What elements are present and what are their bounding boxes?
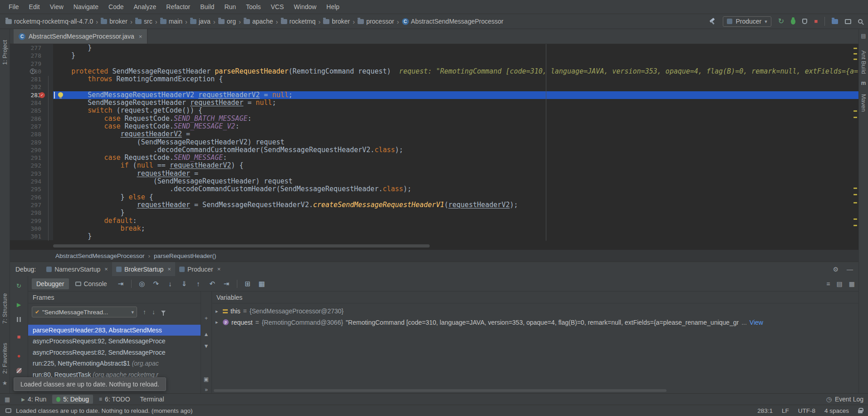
horizontal-scrollbar[interactable] [214, 389, 667, 392]
folder-download-icon[interactable] [832, 19, 838, 24]
horizontal-scrollbar[interactable] [53, 244, 430, 248]
breadcrumb-rocketmq-rocketmq-all-4.7.0[interactable]: rocketmq-rocketmq-all-4.7.0 [5, 18, 93, 25]
gutter-299[interactable]: 299 [10, 217, 53, 225]
gutter-278[interactable]: 278 [10, 52, 53, 59]
minimize-icon[interactable]: — [847, 266, 853, 273]
close-icon[interactable]: × [139, 33, 142, 40]
gutter-298[interactable]: 298 [10, 209, 53, 217]
step-over-icon[interactable]: ↷ [151, 280, 161, 288]
menu-help[interactable]: Help [321, 3, 344, 10]
warning-tick[interactable] [853, 48, 857, 49]
menu-vcs[interactable]: VCS [266, 3, 289, 10]
show-execution-point-icon[interactable]: ◎ [137, 280, 147, 288]
menu-run[interactable]: Run [219, 3, 241, 10]
next-frame-icon[interactable]: ↓ [152, 308, 155, 316]
rerun-icon[interactable]: ↻ [10, 282, 28, 289]
breadcrumb-apache[interactable]: apache [244, 18, 273, 25]
indent-style[interactable]: 4 spaces [824, 407, 849, 414]
close-icon[interactable]: × [167, 266, 171, 272]
tab-console[interactable]: Console [71, 278, 112, 289]
gutter-295[interactable]: 295 [10, 185, 53, 193]
restore-layout-icon[interactable]: ▤ [837, 280, 843, 287]
toolwindow-tab-6-todo[interactable]: ≡6: TODO [95, 395, 134, 404]
run-config-selector[interactable]: Producer ▾ [723, 16, 771, 27]
gutter-291[interactable]: 291 [10, 154, 53, 162]
previous-frame-icon[interactable]: ↑ [143, 308, 146, 316]
search-everywhere-icon[interactable] [858, 19, 863, 24]
breadcrumb-method[interactable]: parseRequestHeader() [154, 253, 216, 259]
menu-window[interactable]: Window [289, 3, 322, 10]
gutter-287[interactable]: 287 [10, 123, 53, 130]
step-into-icon[interactable]: ↓ [165, 280, 175, 287]
breadcrumb-processor[interactable]: processor [358, 18, 394, 25]
copy-icon[interactable]: ▣ [201, 376, 211, 382]
breadcrumb-rocketmq[interactable]: rocketmq [281, 18, 316, 25]
monitor-icon[interactable] [845, 19, 851, 24]
caret-position[interactable]: 283:1 [757, 407, 773, 414]
gutter-296[interactable]: 296 [10, 193, 53, 201]
gutter-277[interactable]: 277 [10, 44, 53, 52]
error-stripe[interactable] [852, 44, 858, 249]
gutter-301[interactable]: 301 [10, 233, 53, 240]
scroll-up-icon[interactable]: ▲ [201, 331, 211, 337]
frame-row[interactable]: asyncProcessRequest:92, SendMessageProce [28, 336, 201, 347]
view-link[interactable]: View [750, 319, 763, 326]
breadcrumb-java[interactable]: java [190, 18, 211, 25]
gutter-285[interactable]: 285 [10, 107, 53, 114]
menu-tools[interactable]: Tools [241, 3, 266, 10]
warning-tick[interactable] [853, 194, 857, 195]
line-separator[interactable]: LF [782, 407, 789, 414]
coverage-icon[interactable] [802, 19, 807, 24]
menu-edit[interactable]: Edit [24, 3, 45, 10]
gutter-282[interactable]: 282 [10, 83, 53, 91]
star-icon[interactable]: ★ [0, 380, 10, 386]
variable-row[interactable]: ▸prequest = {RemotingCommand@3066} "Remo… [212, 317, 858, 327]
sidebar-item-ant-build[interactable]: Ant Build [859, 42, 868, 83]
view-menu-icon[interactable]: ≡ [826, 280, 830, 287]
gear-icon[interactable]: ⚙ [833, 266, 839, 273]
variable-row[interactable]: ▸this = {SendMessageProcessor@2730} [212, 306, 858, 317]
debug-session-tab-brokerstartup[interactable]: BrokerStartup× [112, 262, 175, 276]
gutter-289[interactable]: 289 [10, 139, 53, 146]
debug-icon[interactable] [791, 19, 795, 25]
code-editor[interactable]: 277 }278 }279280↑ protected SendMessageR… [10, 44, 858, 249]
toolwindow-tab-5-debug[interactable]: 5: Debug [52, 395, 93, 404]
mute-breakpoints-icon[interactable] [10, 368, 28, 373]
file-encoding[interactable]: UTF-8 [798, 407, 815, 414]
pause-icon[interactable] [10, 317, 28, 322]
stop-icon[interactable]: ■ [10, 333, 28, 340]
gutter-279[interactable]: 279 [10, 60, 53, 68]
evaluate-expression-icon[interactable]: ⊞ [243, 280, 253, 288]
more-icon[interactable]: » [201, 386, 211, 393]
breadcrumb-src[interactable]: src [135, 18, 152, 25]
sidebar-item-structure[interactable]: 7: Structure [0, 285, 10, 332]
menu-refactor[interactable]: Refactor [161, 3, 195, 10]
sidebar-item-project[interactable]: 1: Project [0, 32, 10, 74]
toolwindow-tab-terminal[interactable]: Terminal [136, 395, 168, 404]
close-icon[interactable]: × [104, 266, 108, 272]
tab-debugger[interactable]: Debugger [32, 278, 69, 289]
expander-icon[interactable]: ▸ [216, 319, 220, 325]
breadcrumb-broker[interactable]: broker [323, 18, 350, 25]
warning-tick[interactable] [853, 218, 857, 220]
menu-view[interactable]: View [45, 3, 69, 10]
overrides-icon[interactable]: ↑ [30, 69, 35, 74]
breadcrumb-class[interactable]: AbstractSendMessageProcessor [55, 253, 145, 259]
menu-analyze[interactable]: Analyze [129, 3, 162, 10]
sidebar-item-favorites[interactable]: 2: Favorites [0, 339, 10, 378]
event-log-button[interactable]: ◷ Event Log [826, 396, 863, 403]
breadcrumb-broker[interactable]: broker [101, 18, 128, 25]
gutter-281[interactable]: 281 [10, 75, 53, 83]
run-to-cursor-icon[interactable]: ⇥ [221, 280, 231, 288]
sidebar-item-maven[interactable]: Maven [859, 88, 868, 118]
breadcrumb-abstractsendmessageprocessor[interactable]: CAbstractSendMessageProcessor [402, 18, 504, 25]
step-out-icon[interactable]: ↑ [193, 280, 203, 287]
warning-tick[interactable] [853, 117, 857, 118]
view-breakpoints-icon[interactable]: ● [10, 352, 28, 359]
add-watch-icon[interactable]: + [201, 315, 211, 322]
warning-tick[interactable] [853, 59, 857, 60]
scroll-down-icon[interactable]: ▼ [201, 343, 211, 349]
warning-tick[interactable] [853, 225, 857, 226]
tool-window-switcher-icon[interactable]: ▦ [5, 396, 10, 403]
thread-selector[interactable]: ✔ "SendMessageThread... ▾ [32, 307, 137, 317]
